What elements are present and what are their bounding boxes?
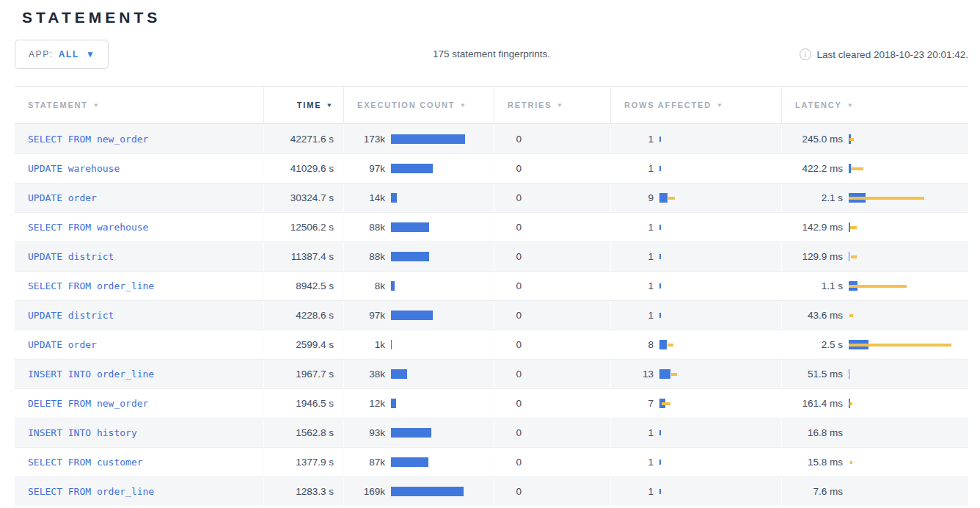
mean-tick bbox=[659, 283, 661, 289]
time-cell: 1562.8 s bbox=[263, 418, 343, 447]
stddev-bar bbox=[851, 255, 857, 258]
retries-cell: 0 bbox=[494, 184, 610, 212]
statement-link[interactable]: UPDATE order bbox=[28, 339, 97, 350]
table-header: STATEMENT ▼ TIME ▼ EXECUTION COUNT ▼ RET… bbox=[15, 86, 968, 124]
stddev-bar bbox=[849, 197, 924, 200]
statement-link[interactable]: INSERT INTO history bbox=[28, 427, 137, 438]
latency-bar bbox=[849, 281, 966, 291]
mean-bar bbox=[391, 369, 407, 379]
time-cell: 8942.5 s bbox=[263, 272, 343, 300]
latency-cell-value: 43.6 ms bbox=[782, 310, 843, 321]
stddev-bar bbox=[849, 402, 852, 405]
retries-cell-value: 0 bbox=[494, 369, 522, 380]
time-value: 1377.9 s bbox=[296, 457, 334, 468]
time-value: 1967.7 s bbox=[296, 369, 334, 380]
rows-affected-cell: 1 bbox=[610, 448, 781, 476]
retries-cell: 0 bbox=[494, 154, 610, 183]
retries-cell-value: 0 bbox=[494, 192, 522, 203]
time-cell: 1967.7 s bbox=[263, 360, 343, 388]
statement-link[interactable]: UPDATE district bbox=[28, 310, 114, 321]
mean-bar bbox=[391, 164, 433, 173]
statement-link[interactable]: SELECT FROM customer bbox=[28, 457, 143, 468]
statement-cell: UPDATE order bbox=[15, 184, 263, 212]
column-header-retries[interactable]: RETRIES ▼ bbox=[494, 87, 610, 123]
latency-bar bbox=[849, 164, 966, 173]
column-header-execution-count[interactable]: EXECUTION COUNT ▼ bbox=[343, 87, 494, 123]
column-header-rows-affected[interactable]: ROWS AFFECTED ▼ bbox=[610, 87, 781, 123]
retries-cell: 0 bbox=[494, 330, 610, 359]
rows-affected-cell-value: 1 bbox=[611, 427, 654, 438]
time-value: 1562.8 s bbox=[296, 427, 334, 438]
mean-bar bbox=[391, 222, 429, 232]
retries-cell: 0 bbox=[494, 124, 610, 153]
sort-desc-icon: ▼ bbox=[460, 102, 468, 109]
statement-link[interactable]: INSERT INTO order_line bbox=[28, 369, 154, 380]
retries-cell: 0 bbox=[494, 389, 610, 418]
table-row: SELECT FROM new_order42271.6 s173k01245.… bbox=[15, 124, 968, 153]
execution-count-cell-value: 88k bbox=[344, 222, 385, 233]
statement-link[interactable]: DELETE FROM new_order bbox=[28, 398, 148, 409]
mean-bar bbox=[391, 281, 395, 291]
execution-count-cell-value: 12k bbox=[344, 398, 385, 409]
time-cell: 11387.4 s bbox=[263, 242, 343, 271]
time-value: 30324.7 s bbox=[290, 192, 334, 203]
column-header-latency[interactable]: LATENCY ▼ bbox=[781, 87, 968, 123]
mean-tick bbox=[659, 225, 661, 230]
statement-cell: UPDATE district bbox=[15, 242, 263, 271]
statement-link[interactable]: UPDATE order bbox=[28, 192, 97, 203]
statement-cell: SELECT FROM new_order bbox=[15, 124, 263, 153]
retries-cell-value: 0 bbox=[494, 427, 522, 438]
execution-count-cell-value: 169k bbox=[344, 486, 385, 497]
mean-tick bbox=[659, 254, 661, 259]
time-value: 42271.6 s bbox=[290, 134, 334, 145]
time-value: 12506.2 s bbox=[290, 222, 334, 233]
stddev-bar bbox=[850, 461, 852, 464]
time-cell: 1377.9 s bbox=[263, 448, 343, 476]
time-cell: 2599.4 s bbox=[263, 330, 343, 359]
table-row: UPDATE warehouse41029.6 s97k01422.2 ms bbox=[15, 153, 968, 183]
execution-count-cell: 14k bbox=[343, 184, 494, 212]
info-icon[interactable]: i bbox=[800, 48, 811, 60]
stddev-bar bbox=[668, 344, 673, 346]
statements-page: STATEMENTS APP: ALL ▼ 175 statement fing… bbox=[0, 9, 980, 506]
retries-cell-value: 0 bbox=[494, 398, 522, 409]
mean-bar bbox=[391, 311, 433, 320]
mean-tick bbox=[659, 460, 661, 465]
latency-cell-value: 7.6 ms bbox=[782, 486, 843, 497]
execution-count-cell: 12k bbox=[343, 389, 494, 418]
latency-bar bbox=[849, 340, 966, 349]
column-header-statement[interactable]: STATEMENT ▼ bbox=[15, 87, 263, 123]
latency-bar bbox=[849, 487, 966, 496]
rows-affected-bar bbox=[659, 252, 777, 261]
sort-desc-icon: ▼ bbox=[716, 102, 724, 109]
latency-cell: 129.9 ms bbox=[781, 242, 968, 271]
statement-link[interactable]: SELECT FROM new_order bbox=[28, 134, 148, 145]
latency-bar bbox=[849, 252, 966, 261]
execution-count-bar bbox=[391, 428, 494, 438]
retries-cell-value: 0 bbox=[494, 222, 522, 233]
latency-cell: 2.1 s bbox=[781, 184, 968, 212]
statement-link[interactable]: UPDATE warehouse bbox=[28, 163, 120, 174]
latency-bar bbox=[849, 193, 966, 203]
statement-cell: DELETE FROM new_order bbox=[15, 389, 263, 418]
time-value: 4228.6 s bbox=[296, 310, 334, 321]
statement-link[interactable]: UPDATE district bbox=[28, 251, 114, 262]
statement-link[interactable]: SELECT FROM warehouse bbox=[28, 222, 148, 233]
statement-link[interactable]: SELECT FROM order_line bbox=[28, 280, 154, 291]
latency-bar bbox=[849, 134, 966, 144]
latency-bar bbox=[849, 457, 966, 467]
time-value: 2599.4 s bbox=[296, 339, 334, 350]
rows-affected-bar bbox=[659, 428, 777, 438]
execution-count-cell: 38k bbox=[343, 360, 494, 388]
column-header-time[interactable]: TIME ▼ bbox=[263, 87, 343, 123]
table-row: INSERT INTO history1562.8 s93k0116.8 ms bbox=[15, 418, 968, 447]
mean-bar bbox=[391, 399, 396, 408]
execution-count-bar bbox=[391, 311, 494, 320]
retries-cell-value: 0 bbox=[494, 134, 522, 145]
rows-affected-cell-value: 7 bbox=[611, 398, 654, 409]
statement-link[interactable]: SELECT FROM order_line bbox=[28, 486, 154, 497]
execution-count-bar bbox=[391, 340, 494, 349]
statement-cell: SELECT FROM customer bbox=[15, 448, 263, 476]
statement-cell: INSERT INTO order_line bbox=[15, 360, 263, 388]
sort-desc-icon: ▼ bbox=[92, 102, 100, 109]
